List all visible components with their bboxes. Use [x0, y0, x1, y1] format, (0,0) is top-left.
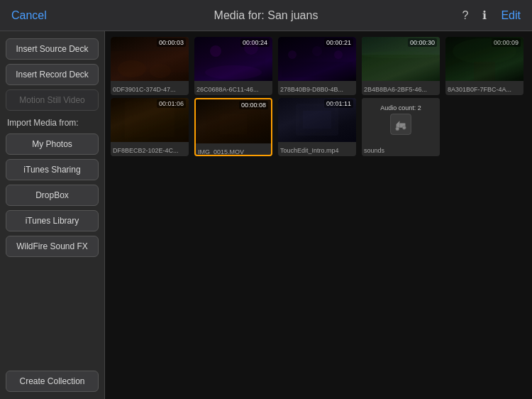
sounds-icon	[389, 113, 412, 136]
svg-point-6	[205, 65, 262, 80]
svg-point-4	[244, 40, 258, 55]
cancel-button[interactable]: Cancel	[7, 6, 51, 25]
media-item[interactable]: 00:00:24 26C0688A-	[194, 37, 272, 95]
itunes-sharing-button[interactable]: iTunes Sharing	[6, 159, 99, 180]
header-left: Cancel	[7, 6, 51, 25]
media-item-label: 8A301B0F-7FBC-4A...	[445, 81, 523, 95]
svg-point-28	[402, 126, 406, 129]
media-item[interactable]: 00:01:11 TouchEdit_Intro.mp4	[278, 98, 356, 156]
header: Cancel Media for: San juans ? ℹ Edit	[0, 0, 532, 31]
media-item-label: IMG_0015.MOV	[196, 143, 271, 156]
svg-rect-12	[362, 55, 440, 81]
svg-rect-21	[220, 114, 248, 134]
svg-rect-18	[111, 98, 125, 142]
media-item[interactable]: 00:00:03 0DF3901C-374D-47...	[111, 37, 189, 95]
my-photos-button[interactable]: My Photos	[6, 133, 99, 155]
dropbox-button[interactable]: DropBox	[6, 185, 99, 206]
svg-point-3	[210, 45, 221, 57]
header-right: ? ℹ Edit	[458, 6, 525, 25]
svg-point-7	[288, 50, 297, 59]
insert-record-deck-button[interactable]: Insert Record Deck	[6, 64, 99, 85]
svg-rect-10	[282, 62, 353, 77]
motion-still-video-button: Motion Still Video	[6, 89, 99, 111]
svg-point-15	[453, 38, 516, 64]
media-grid: 00:00:03 0DF3901C-374D-47...	[111, 37, 526, 156]
media-item[interactable]: 00:00:09 8A301B0F-7FBC-4A...	[445, 37, 523, 95]
wildfire-sound-fx-button[interactable]: WildFire Sound FX	[6, 236, 99, 257]
svg-rect-2	[111, 51, 189, 72]
media-item[interactable]: 00:00:30 2B4B8BA6-2BF5-46...	[362, 37, 440, 95]
create-collection-button[interactable]: Create Collection	[6, 371, 99, 392]
svg-rect-19	[174, 98, 189, 142]
insert-source-deck-button[interactable]: Insert Source Deck	[6, 38, 99, 60]
media-item-label: 26C0688A-6C11-46...	[194, 81, 272, 95]
media-item-label: 2B4B8BA6-2BF5-46...	[362, 81, 440, 95]
media-item-label: 278B40B9-D8B0-4B...	[278, 81, 356, 95]
svg-point-27	[396, 127, 399, 131]
header-title-value: San juans	[267, 9, 318, 21]
media-item[interactable]: Audio count: 2 sounds	[362, 98, 440, 156]
media-item-label: sounds	[362, 142, 440, 156]
help-button[interactable]: ?	[458, 6, 473, 25]
svg-rect-16	[474, 62, 495, 81]
svg-rect-17	[125, 102, 174, 137]
info-button[interactable]: ℹ	[478, 6, 491, 25]
media-item[interactable]: 00:00:08 IMG_0015.MOV	[194, 98, 272, 156]
svg-point-8	[312, 46, 322, 56]
media-item[interactable]: 00:00:21 278B40B9-	[278, 37, 356, 95]
header-title-prefix: Media for:	[214, 9, 268, 21]
svg-point-9	[334, 50, 343, 59]
svg-point-13	[362, 51, 440, 58]
edit-button[interactable]: Edit	[497, 6, 525, 25]
media-item[interactable]: 00:01:06 DF8BECB2-102E-4C...	[111, 98, 189, 156]
media-item-label: 0DF3901C-374D-47...	[111, 81, 189, 95]
media-item-label: DF8BECB2-102E-4C...	[111, 142, 189, 156]
media-item-label: TouchEdit_Intro.mp4	[278, 142, 356, 156]
itunes-library-button[interactable]: iTunes Library	[6, 210, 99, 231]
media-grid-container: 00:00:03 0DF3901C-374D-47...	[105, 31, 532, 399]
svg-rect-24	[303, 111, 331, 129]
import-media-label: Import Media from:	[6, 115, 99, 129]
sidebar: Insert Source Deck Insert Record Deck Mo…	[0, 31, 105, 399]
header-title: Media for: San juans	[214, 9, 318, 22]
audio-count-label: Audio count: 2	[380, 104, 421, 111]
